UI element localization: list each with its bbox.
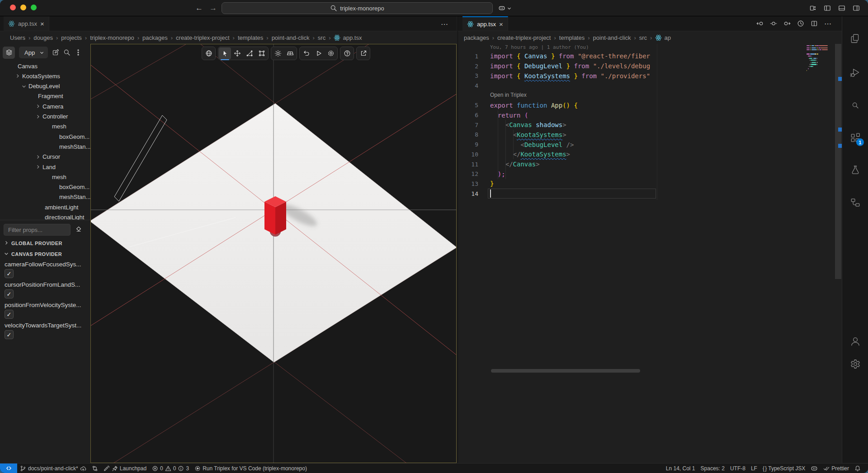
next-change-icon[interactable] (783, 20, 791, 27)
transform-icon[interactable] (255, 47, 268, 59)
tree-item-boxGeom[interactable]: boxGeom... (59, 182, 90, 192)
section-global-provider[interactable]: GLOBAL PROVIDER (4, 240, 62, 246)
layout-customize-icon[interactable] (809, 5, 816, 12)
layers-icon[interactable] (3, 47, 15, 59)
tree-item-Controller[interactable]: Controller (35, 112, 68, 122)
prop-checkbox[interactable]: ✓ (5, 310, 14, 319)
edit-icon[interactable] (52, 49, 59, 56)
activity-bar-copy-icon[interactable] (842, 28, 868, 48)
tree-item-DebugLevel[interactable]: DebugLevel (21, 81, 60, 91)
tree-item-Canvas[interactable]: Canvas (18, 61, 38, 71)
more-icon[interactable]: ⋯ (824, 19, 832, 28)
command-center-search[interactable]: triplex-monorepo (222, 2, 493, 14)
activity-bar-references-icon[interactable] (842, 193, 868, 213)
git-compare-status[interactable] (89, 464, 101, 473)
panel-left-icon[interactable] (824, 5, 831, 12)
play-icon[interactable] (312, 47, 325, 59)
back-icon[interactable]: ← (195, 4, 203, 13)
chevron-right-icon[interactable] (15, 73, 20, 79)
eol-status[interactable]: LF (748, 464, 760, 473)
code-line-6[interactable]: 6 return ( (458, 110, 842, 120)
tab-app-tsx-editor[interactable]: app.tsx × (462, 16, 508, 31)
chevron-right-icon[interactable] (35, 164, 41, 170)
language-status[interactable]: { } TypeScript JSX (760, 464, 808, 473)
copilot-status[interactable] (808, 464, 821, 473)
player-box[interactable] (264, 196, 286, 235)
tree-item-directionalLight[interactable]: directionalLight (45, 213, 84, 220)
breadcrumb-item[interactable]: app.tsx (334, 34, 362, 41)
cursor-position-status[interactable]: Ln 14, Col 1 (663, 464, 698, 473)
prop-checkbox[interactable]: ✓ (5, 330, 14, 339)
problems-status[interactable]: 0 0 3 (149, 464, 192, 473)
activity-bar-search-icon[interactable] (842, 95, 868, 115)
kebab-icon[interactable] (75, 49, 82, 56)
chevron-right-icon[interactable] (35, 114, 41, 119)
tree-item-meshStan[interactable]: meshStan... (59, 192, 90, 202)
tree-item-mesh[interactable]: mesh (52, 122, 66, 132)
scale-icon[interactable] (243, 47, 255, 59)
code-line-8[interactable]: 8 <KootaSystems> (458, 130, 842, 140)
breadcrumb-item[interactable]: create-triplex-project (176, 34, 230, 41)
component-selector[interactable]: App (19, 47, 48, 58)
panel-right-icon[interactable] (853, 5, 860, 12)
activity-bar-settings-gear-icon[interactable] (842, 354, 868, 374)
remote-indicator[interactable] (0, 464, 17, 473)
code-line-10[interactable]: 10 </KootaSystems> (458, 150, 842, 160)
breadcrumb-item[interactable]: packages (142, 34, 168, 41)
run-triplex-status[interactable]: Run Triplex for VS Code (triplex-monorep… (192, 464, 310, 473)
scene-canvas[interactable] (91, 44, 456, 465)
breadcrumb-item[interactable]: douges (33, 34, 53, 41)
help-icon[interactable] (341, 47, 353, 59)
section-canvas-provider[interactable]: CANVAS PROVIDER (4, 251, 62, 257)
launchpad-status[interactable]: Launchpad (101, 464, 149, 473)
code-editor[interactable]: You, 7 hours ago | 1 author (You) 1impor… (458, 44, 842, 463)
frustum-icon[interactable] (284, 47, 296, 59)
eraser-icon[interactable] (75, 225, 82, 234)
code-line-1[interactable]: 1import { Canvas } from "@react-three/fi… (458, 52, 842, 61)
git-branch-status[interactable]: docs/point-and-click* (17, 464, 89, 473)
prev-change-icon[interactable] (756, 20, 764, 27)
prop-checkbox[interactable]: ✓ (5, 289, 14, 298)
chevron-down-icon[interactable] (21, 84, 27, 89)
code-line-11[interactable]: 11 </Canvas> (458, 159, 842, 169)
breadcrumb-item[interactable]: point-and-click (593, 34, 631, 41)
code-line-2[interactable]: 2import { DebugLevel } from "./levels/de… (458, 61, 842, 71)
select-icon[interactable] (219, 47, 231, 59)
settings-icon[interactable] (325, 47, 337, 59)
split-editor-icon[interactable] (811, 20, 818, 27)
copilot-menu-button[interactable] (498, 2, 512, 14)
light-icon[interactable] (272, 47, 284, 59)
panel-bottom-icon[interactable] (838, 5, 845, 12)
tree-item-ambientLight[interactable]: ambientLight (45, 202, 78, 212)
globe-icon[interactable] (203, 47, 215, 59)
breadcrumb-item[interactable]: templates (238, 34, 263, 41)
tree-item-Fragment[interactable]: Fragment (38, 91, 63, 101)
more-actions-icon[interactable]: ⋯ (441, 20, 448, 28)
close-window-button[interactable] (10, 5, 16, 10)
prop-checkbox[interactable]: ✓ (5, 269, 14, 278)
activity-bar-testing-icon[interactable] (842, 160, 868, 180)
undo-icon[interactable] (300, 47, 312, 59)
activity-bar-run-debug-icon[interactable] (842, 62, 868, 82)
filter-props-input[interactable]: Filter props... (4, 224, 71, 236)
tree-item-meshStan[interactable]: meshStan... (59, 142, 90, 151)
horizontal-scrollbar[interactable] (491, 369, 640, 373)
open-external-icon[interactable] (357, 47, 369, 59)
tree-item-Land[interactable]: Land (35, 162, 56, 172)
breadcrumb-item[interactable]: ap (655, 34, 670, 41)
code-line-12[interactable]: 12 ); (458, 169, 842, 179)
breadcrumb-item[interactable]: templates (559, 34, 585, 41)
triplex-3d-viewport[interactable] (90, 44, 457, 463)
encoding-status[interactable]: UTF-8 (727, 464, 748, 473)
codelens-open-in-triplex[interactable]: Open in Triplex (490, 92, 527, 98)
code-line-3[interactable]: 3import { KootaSystems } from "./provide… (458, 71, 842, 81)
tree-item-KootaSystems[interactable]: KootaSystems (15, 71, 60, 81)
tab-app-tsx-left[interactable]: app.tsx × (4, 16, 49, 31)
zoom-window-button[interactable] (31, 5, 37, 10)
code-line-4[interactable]: 4 (458, 81, 842, 91)
forward-icon[interactable]: → (209, 4, 217, 13)
close-icon[interactable]: × (40, 20, 44, 28)
move-icon[interactable] (231, 47, 243, 59)
breadcrumb-item[interactable]: src (318, 34, 326, 41)
minimize-window-button[interactable] (20, 5, 26, 10)
